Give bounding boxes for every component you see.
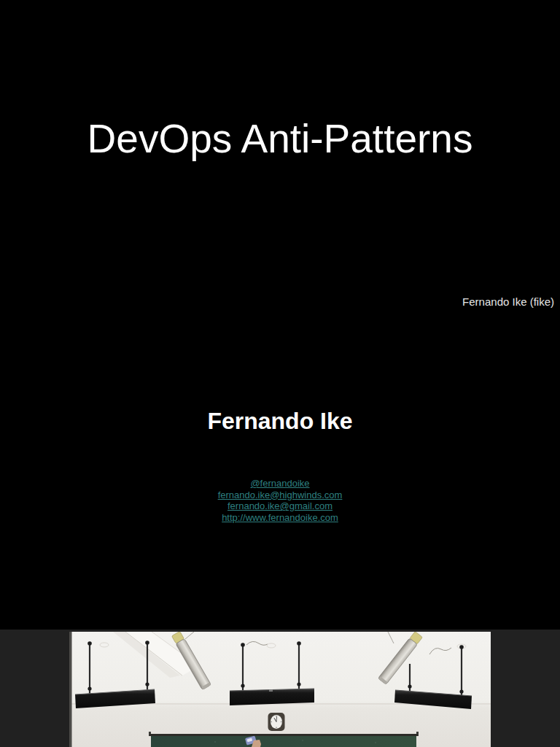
slide-1-title-page: DevOps Anti-Patterns Fernando Ike (fike)… [0,0,560,630]
link-email-gmail[interactable]: fernando.ike@gmail.com [0,500,560,512]
link-website[interactable]: http://www.fernandoike.com [0,512,560,524]
wall-clock [268,713,285,731]
slide-2-photo-page [0,630,560,747]
contact-links: @fernandoike fernando.ike@highwinds.com … [0,478,560,523]
presenter-credit: Fernando Ike (fike) [462,295,554,309]
photo-left-edge [69,632,72,747]
link-email-highwinds[interactable]: fernando.ike@highwinds.com [0,489,560,501]
classroom-photo [69,632,491,747]
chalkboard [149,732,419,747]
presenter-name: Fernando Ike [0,408,560,434]
slide-title: DevOps Anti-Patterns [0,117,560,160]
link-twitter-handle[interactable]: @fernandoike [0,478,560,489]
